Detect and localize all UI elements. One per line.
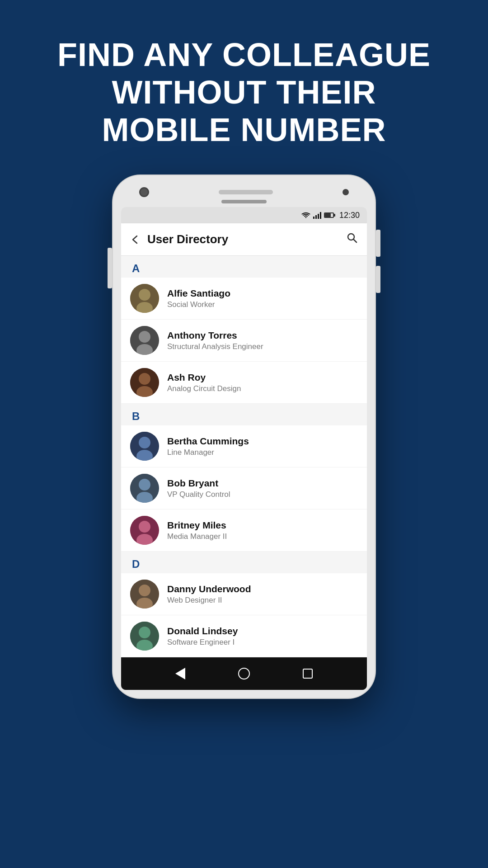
- avatar: [130, 326, 159, 355]
- list-item[interactable]: Alfie SantiagoSocial Worker: [121, 278, 367, 320]
- contact-name: Britney Miles: [167, 520, 358, 531]
- section-header-b: B: [121, 404, 367, 425]
- section-a: AAlfie SantiagoSocial WorkerAnthony Torr…: [121, 256, 367, 404]
- avatar: [130, 516, 159, 545]
- avatar: [130, 432, 159, 461]
- hero-line2: WITHOUT THEIR: [112, 74, 376, 110]
- contact-info: Ash RoyAnalog Circuit Design: [167, 372, 358, 393]
- section-header-d: D: [121, 552, 367, 573]
- list-item[interactable]: Donald LindseySoftware Engineer I: [121, 615, 367, 657]
- contact-name: Danny Underwood: [167, 584, 358, 594]
- svg-point-7: [139, 289, 150, 301]
- contact-info: Anthony TorresStructural Analysis Engine…: [167, 330, 358, 351]
- hero-line3: MOBILE NUMBER: [102, 112, 386, 148]
- hero-text: FIND ANY COLLEAGUE WITHOUT THEIR MOBILE …: [21, 0, 467, 175]
- svg-point-16: [139, 437, 150, 448]
- list-item[interactable]: Bertha CummingsLine Manager: [121, 425, 367, 467]
- proximity-sensor: [343, 189, 349, 195]
- volume-up-button[interactable]: [376, 230, 380, 257]
- battery-icon: [324, 212, 334, 218]
- contact-info: Bob BryantVP Quality Control: [167, 478, 358, 499]
- contact-name: Bertha Cummings: [167, 436, 358, 447]
- power-button[interactable]: [108, 248, 112, 288]
- svg-line-5: [354, 240, 357, 243]
- list-item[interactable]: Bob BryantVP Quality Control: [121, 467, 367, 509]
- contact-info: Britney MilesMedia Manager II: [167, 520, 358, 541]
- speaker-grill: [219, 190, 273, 194]
- svg-rect-3: [320, 212, 321, 219]
- contact-role: Analog Circuit Design: [167, 384, 358, 393]
- earpiece-bar: [221, 200, 267, 203]
- wifi-icon: [301, 212, 310, 219]
- status-time: 12:30: [339, 211, 360, 220]
- recents-square-icon: [303, 669, 313, 679]
- contact-role: Software Engineer I: [167, 638, 358, 647]
- section-b: BBertha CummingsLine ManagerBob BryantVP…: [121, 404, 367, 552]
- contact-info: Donald LindseySoftware Engineer I: [167, 626, 358, 647]
- avatar: [130, 622, 159, 651]
- section-d: DDanny UnderwoodWeb Designer IIDonald Li…: [121, 552, 367, 657]
- contact-role: Social Worker: [167, 300, 358, 309]
- list-item[interactable]: Ash RoyAnalog Circuit Design: [121, 362, 367, 404]
- contact-info: Danny UnderwoodWeb Designer II: [167, 584, 358, 605]
- avatar: [130, 284, 159, 313]
- avatar: [130, 580, 159, 609]
- contact-role: VP Quality Control: [167, 490, 358, 499]
- contact-name: Anthony Torres: [167, 330, 358, 341]
- avatar: [130, 368, 159, 397]
- avatar: [130, 474, 159, 503]
- nav-recents-button[interactable]: [296, 662, 319, 685]
- contact-name: Bob Bryant: [167, 478, 358, 489]
- status-icons: 12:30: [301, 211, 360, 220]
- signal-icon: [313, 212, 321, 219]
- hero-line1: FIND ANY COLLEAGUE: [57, 37, 431, 73]
- directory-list: AAlfie SantiagoSocial WorkerAnthony Torr…: [121, 256, 367, 657]
- list-item[interactable]: Danny UnderwoodWeb Designer II: [121, 573, 367, 615]
- phone-frame: 12:30 User Directory: [113, 175, 375, 868]
- list-item[interactable]: Anthony TorresStructural Analysis Engine…: [121, 320, 367, 362]
- svg-point-25: [139, 585, 150, 596]
- contact-role: Line Manager: [167, 448, 358, 457]
- phone-screen: 12:30 User Directory: [121, 207, 367, 690]
- svg-rect-1: [315, 215, 317, 219]
- svg-rect-2: [318, 214, 319, 219]
- page-title: User Directory: [147, 232, 346, 246]
- battery-fill: [325, 213, 331, 217]
- nav-bar: [121, 657, 367, 690]
- nav-back-button[interactable]: [169, 662, 192, 685]
- front-camera: [139, 187, 149, 197]
- svg-point-28: [139, 627, 150, 638]
- phone-top-bar: [121, 184, 367, 197]
- contact-role: Structural Analysis Engineer: [167, 342, 358, 351]
- phone-outer: 12:30 User Directory: [113, 175, 375, 698]
- earpiece: [121, 200, 367, 203]
- svg-rect-0: [313, 217, 314, 219]
- status-bar: 12:30: [121, 207, 367, 223]
- nav-home-button[interactable]: [233, 662, 255, 685]
- home-circle-icon: [238, 668, 250, 679]
- search-button[interactable]: [346, 232, 358, 247]
- contact-name: Donald Lindsey: [167, 626, 358, 637]
- list-item[interactable]: Britney MilesMedia Manager II: [121, 509, 367, 552]
- contact-name: Ash Roy: [167, 372, 358, 383]
- app-header: User Directory: [121, 223, 367, 256]
- svg-point-22: [139, 521, 150, 533]
- contact-info: Alfie SantiagoSocial Worker: [167, 288, 358, 309]
- back-triangle-icon: [175, 668, 185, 679]
- back-button[interactable]: [130, 235, 140, 245]
- contact-name: Alfie Santiago: [167, 288, 358, 299]
- svg-point-13: [139, 373, 150, 385]
- contact-role: Web Designer II: [167, 596, 358, 605]
- section-header-a: A: [121, 256, 367, 278]
- contact-info: Bertha CummingsLine Manager: [167, 436, 358, 457]
- svg-point-10: [139, 331, 150, 343]
- svg-point-19: [139, 479, 150, 491]
- contact-role: Media Manager II: [167, 532, 358, 541]
- volume-down-button[interactable]: [376, 266, 380, 293]
